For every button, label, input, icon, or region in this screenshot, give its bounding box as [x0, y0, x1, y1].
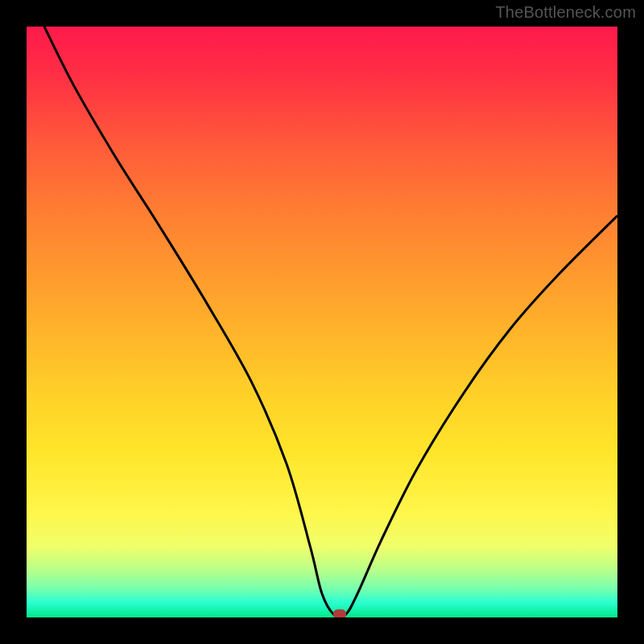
watermark-text: TheBottleneck.com: [495, 3, 636, 22]
chart-frame: TheBottleneck.com: [0, 0, 644, 644]
plot-area: [27, 27, 617, 617]
bottleneck-curve: [27, 27, 617, 617]
curve-path: [44, 27, 617, 617]
optimum-marker: [333, 609, 346, 617]
